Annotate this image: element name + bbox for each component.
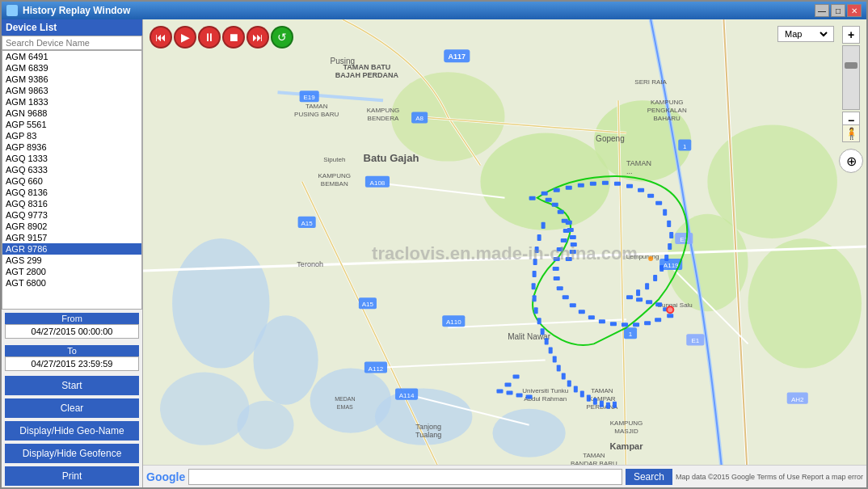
display-geo-name-button[interactable]: Display/Hide Geo-Name <box>5 421 139 441</box>
svg-rect-102 <box>578 183 584 188</box>
device-list-item[interactable]: AGP 5561 <box>2 119 141 130</box>
svg-rect-154 <box>533 295 537 301</box>
device-list-item[interactable]: AGQ 1333 <box>2 153 141 164</box>
svg-rect-166 <box>587 395 591 402</box>
device-list-item[interactable]: AGM 6491 <box>2 51 141 62</box>
go-to-start-button[interactable]: ⏮ <box>150 26 172 48</box>
svg-text:A110: A110 <box>446 318 461 326</box>
device-list-item[interactable]: AGR 8902 <box>2 221 141 232</box>
svg-text:TAMAN: TAMAN <box>305 103 328 110</box>
svg-rect-113 <box>668 243 672 250</box>
svg-rect-130 <box>622 322 628 327</box>
map-area[interactable]: A117 E19 A8 A108 A15 A15 A110 <box>143 19 866 487</box>
svg-text:A119: A119 <box>664 262 679 269</box>
svg-rect-101 <box>566 186 572 190</box>
device-list-item[interactable]: AGM 1833 <box>2 96 141 107</box>
svg-rect-115 <box>659 265 664 272</box>
device-list-item[interactable]: AGS 299 <box>2 255 141 266</box>
svg-text:BAJAH PERDANA: BAJAH PERDANA <box>335 71 399 79</box>
maximize-button[interactable]: □ <box>831 4 845 17</box>
street-view-icon[interactable]: 🧍 <box>842 124 860 142</box>
svg-text:BEMBAN: BEMBAN <box>321 180 348 188</box>
svg-rect-124 <box>667 314 673 318</box>
svg-rect-106 <box>626 184 633 188</box>
device-list-item[interactable]: AGT 6800 <box>2 277 141 289</box>
device-list-item[interactable]: AGP 8936 <box>2 141 141 153</box>
close-button[interactable]: ✕ <box>847 4 862 17</box>
start-button[interactable]: Start <box>5 376 139 395</box>
svg-text:Universiti Tunku: Universiti Tunku <box>522 387 568 394</box>
device-list-item[interactable]: AGQ 9773 <box>2 209 141 221</box>
device-list-item[interactable]: AGM 6839 <box>2 62 141 74</box>
svg-text:Teronoh: Teronoh <box>297 260 323 268</box>
google-logo: Google <box>146 470 185 483</box>
stop-button[interactable]: ⏹ <box>222 26 245 48</box>
svg-point-183 <box>648 256 653 261</box>
map-bottom-bar: Google Search Map data ©2015 Google Term… <box>143 465 866 487</box>
play-button[interactable]: ▶ <box>174 26 196 48</box>
svg-text:KAMPUNG: KAMPUNG <box>367 107 400 114</box>
svg-rect-119 <box>626 295 633 299</box>
svg-text:MEDAN: MEDAN <box>335 396 355 402</box>
device-list-item[interactable]: AGM 9863 <box>2 85 141 96</box>
svg-rect-176 <box>526 395 533 399</box>
search-device-input[interactable] <box>2 36 142 50</box>
svg-rect-181 <box>570 250 576 254</box>
device-list-item[interactable]: AGM 9386 <box>2 74 141 85</box>
svg-rect-146 <box>552 203 558 207</box>
svg-text:KAMPUNG: KAMPUNG <box>610 419 643 427</box>
svg-rect-135 <box>570 303 576 307</box>
svg-rect-182 <box>566 257 572 261</box>
svg-rect-137 <box>557 286 563 290</box>
svg-text:1: 1 <box>683 143 687 150</box>
svg-rect-149 <box>537 234 541 241</box>
map-search-input[interactable] <box>188 469 622 485</box>
svg-rect-129 <box>633 322 639 327</box>
from-date-input[interactable] <box>5 324 139 339</box>
svg-text:A15: A15 <box>301 220 314 227</box>
window-controls: — □ ✕ <box>815 4 862 17</box>
fast-forward-button[interactable]: ⏭ <box>246 26 269 48</box>
display-geofence-button[interactable]: Display/Hide Geofence <box>5 444 139 463</box>
svg-rect-152 <box>533 271 537 277</box>
device-list-item[interactable]: AGR 9157 <box>2 232 141 243</box>
live-button[interactable]: ↺ <box>271 26 293 48</box>
map-type-selector[interactable]: Map Satellite Terrain <box>777 26 834 42</box>
zoom-in-button[interactable]: + <box>842 26 860 44</box>
svg-rect-121 <box>646 300 652 304</box>
minimize-button[interactable]: — <box>815 4 829 17</box>
svg-rect-139 <box>553 267 559 271</box>
svg-rect-148 <box>541 222 546 229</box>
svg-rect-167 <box>593 398 597 405</box>
map-search-button[interactable]: Search <box>626 469 672 485</box>
device-list-item[interactable]: AGQ 8136 <box>2 187 141 198</box>
svg-rect-105 <box>614 182 621 186</box>
device-list-item[interactable]: AGP 83 <box>2 130 141 141</box>
device-list-item[interactable]: AGR 9786 <box>2 243 141 255</box>
clear-button[interactable]: Clear <box>5 398 139 418</box>
svg-point-7 <box>237 401 293 449</box>
svg-rect-110 <box>663 209 667 216</box>
device-list-item[interactable]: AGT 2800 <box>2 266 141 277</box>
svg-text:Batu Gajah: Batu Gajah <box>364 152 419 164</box>
device-list-item[interactable]: AGN 9688 <box>2 107 141 119</box>
svg-text:A15: A15 <box>362 301 374 308</box>
device-list-item[interactable]: AGQ 660 <box>2 175 141 187</box>
svg-text:...: ... <box>626 167 633 175</box>
zoom-slider[interactable] <box>842 45 860 110</box>
compass-icon[interactable]: ⊕ <box>839 149 863 173</box>
svg-rect-180 <box>571 242 577 247</box>
svg-rect-116 <box>653 275 657 281</box>
svg-rect-153 <box>532 283 536 289</box>
print-button[interactable]: Print <box>5 466 139 486</box>
device-list-item[interactable]: AGQ 6333 <box>2 164 141 175</box>
window-title: History Replay Window <box>23 5 130 16</box>
device-list-item[interactable]: AGQ 8316 <box>2 198 141 209</box>
to-date-input[interactable] <box>5 356 139 371</box>
svg-rect-100 <box>554 188 560 192</box>
svg-rect-118 <box>636 289 640 296</box>
map-type-select[interactable]: Map Satellite Terrain <box>782 28 830 40</box>
svg-text:Tanjong: Tanjong <box>415 423 441 431</box>
pause-button[interactable]: ⏸ <box>198 26 221 48</box>
device-list-box[interactable]: AGM 6491AGM 6839AGM 9386AGM 9863AGM 1833… <box>2 50 142 310</box>
